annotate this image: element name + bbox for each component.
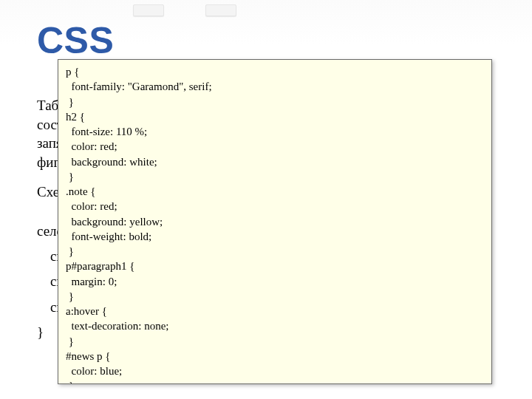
code-example-panel: p { font-family: "Garamond", serif; } h2… <box>58 59 492 384</box>
schema-close-line: } <box>37 324 44 340</box>
decorative-box <box>133 4 164 16</box>
slide-title: CSS <box>37 19 114 62</box>
decorative-box <box>205 4 236 16</box>
slide: CSS Таблица стилей - это набор правил, к… <box>0 0 532 399</box>
